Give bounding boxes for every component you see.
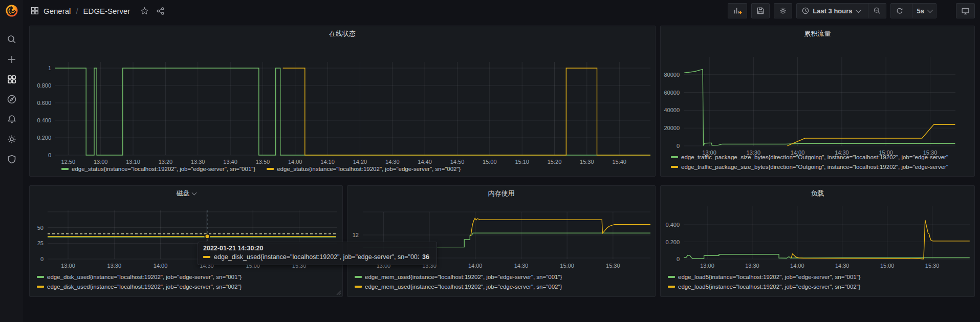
top-navbar: General / EDGE-Server Last 3 hours <box>23 0 980 22</box>
series-line <box>684 69 955 145</box>
save-dashboard-button[interactable] <box>751 3 770 18</box>
legend-item[interactable]: edge_disk_used{instance="localhost:19202… <box>37 284 242 290</box>
x-tick-label: 13:30 <box>745 263 759 269</box>
dashboard-settings-button[interactable] <box>774 3 792 18</box>
refresh-group: 5s <box>890 3 937 18</box>
dashboards-grid-icon[interactable] <box>6 74 17 85</box>
panel-add-icon <box>733 6 742 15</box>
y-tick-label: 20000 <box>664 125 680 131</box>
graph-tooltip: 2022-01-21 14:30:20 edge_disk_used{insta… <box>198 242 437 265</box>
refresh-interval-button[interactable]: 5s <box>912 4 936 18</box>
series-line <box>791 220 970 259</box>
x-tick-label: 14:30 <box>835 263 850 269</box>
panel-title[interactable]: 负载 <box>661 189 974 198</box>
legend-item[interactable]: edge_load5{instance="localhost:19202", j… <box>668 284 861 290</box>
grafana-dashboard: General / EDGE-Server Last 3 hours <box>0 0 980 322</box>
star-icon[interactable] <box>140 7 149 15</box>
y-tick-label: 0.200 <box>665 239 680 245</box>
x-tick-label: 14:00 <box>154 263 168 269</box>
chart-canvas: 12:5013:0013:1013:2013:3013:4013:5014:00… <box>30 26 655 176</box>
panel-resize-handle[interactable] <box>336 290 341 295</box>
legend-series-swatch <box>355 286 362 288</box>
grafana-logo[interactable] <box>0 0 23 22</box>
legend-item[interactable]: edge_status{instance="localhost:19202", … <box>267 166 461 172</box>
legend-series-label: edge_traffic_package_size_bytes{directio… <box>681 164 948 170</box>
y-tick-label: 50 <box>37 225 43 231</box>
x-tick-label: 15:20 <box>548 159 562 165</box>
breadcrumb-page[interactable]: EDGE-Server <box>83 7 130 15</box>
legend-item[interactable]: edge_mem_used{instance="localhost:19202"… <box>355 274 562 280</box>
legend-item[interactable]: edge_mem_used{instance="localhost:19202"… <box>355 284 562 290</box>
panel-title-text: 在线状态 <box>329 29 356 38</box>
plus-icon[interactable] <box>6 54 17 65</box>
legend-series-label: edge_traffic_package_size_bytes{directio… <box>681 154 948 160</box>
y-tick-label: 60000 <box>664 90 680 96</box>
search-icon[interactable] <box>6 34 17 45</box>
y-tick-label: 0.800 <box>37 82 51 89</box>
panel-load: 负载 13:0013:3014:0014:3015:0015:3000.2000… <box>660 185 975 297</box>
legend-series-label: edge_status{instance="localhost:19202", … <box>277 166 461 172</box>
monitor-icon <box>961 7 970 15</box>
clock-icon <box>801 7 810 15</box>
x-tick-label: 13:20 <box>159 159 173 165</box>
x-tick-label: 13:30 <box>107 263 122 269</box>
y-tick-label: 0 <box>40 256 43 262</box>
legend-item[interactable]: edge_status{instance="localhost:19202", … <box>61 166 255 172</box>
nav-actions: Last 3 hours 5s <box>728 3 975 18</box>
legend: edge_status{instance="localhost:19202", … <box>61 166 461 172</box>
refresh-button[interactable] <box>891 4 908 18</box>
chart-online-status[interactable]: 12:5013:0013:1013:2013:3013:4013:5014:00… <box>30 26 655 176</box>
time-range-button[interactable]: Last 3 hours <box>797 4 864 18</box>
zoom-out-icon <box>873 7 881 15</box>
add-panel-button[interactable] <box>728 3 747 18</box>
x-tick-label: 13:00 <box>700 263 714 269</box>
y-tick-label: 1 <box>48 65 51 71</box>
cycle-view-button[interactable] <box>956 3 975 18</box>
x-tick-label: 14:30 <box>385 159 400 165</box>
legend-item[interactable]: edge_traffic_package_size_bytes{directio… <box>671 164 948 170</box>
tooltip-timestamp: 2022-01-21 14:30:20 <box>203 245 431 252</box>
y-tick-label: 0.200 <box>37 135 51 141</box>
panel-title[interactable]: 磁盘 <box>30 189 342 198</box>
zoom-out-button[interactable] <box>868 4 886 18</box>
y-tick-label: 12 <box>353 232 359 238</box>
settings-gear-icon <box>779 7 787 15</box>
legend-series-swatch <box>671 166 678 168</box>
x-tick-label: 13:00 <box>94 159 108 165</box>
legend-item[interactable]: edge_load5{instance="localhost:19202", j… <box>668 274 861 280</box>
legend-series-swatch <box>61 168 69 170</box>
panel-title[interactable]: 在线状态 <box>30 29 655 38</box>
legend-item[interactable]: edge_disk_used{instance="localhost:19202… <box>37 274 242 280</box>
chevron-down-icon <box>191 190 197 196</box>
x-tick-label: 15:00 <box>880 263 895 269</box>
legend-series-swatch <box>37 286 44 288</box>
sidebar <box>0 0 23 322</box>
tooltip-series-row: edge_disk_used{instance="localhost:19202… <box>203 253 431 261</box>
y-tick-label: 0.600 <box>37 100 51 106</box>
panel-title[interactable]: 累积流量 <box>661 29 974 38</box>
legend-series-label: edge_mem_used{instance="localhost:19202"… <box>365 284 562 290</box>
x-tick-label: 15:10 <box>515 159 529 165</box>
grafana-flame-icon <box>5 4 19 18</box>
time-range-group: Last 3 hours <box>796 3 886 18</box>
compass-icon[interactable] <box>6 94 17 105</box>
legend-series-label: edge_disk_used{instance="localhost:19202… <box>47 284 242 290</box>
x-tick-label: 12:50 <box>61 159 76 165</box>
y-tick-label: 40000 <box>664 107 680 113</box>
y-tick-label: 0.400 <box>37 117 51 123</box>
breadcrumb-section[interactable]: General <box>43 7 71 15</box>
time-range-label: Last 3 hours <box>813 7 852 15</box>
shield-icon[interactable] <box>6 154 17 165</box>
panel-title[interactable]: 内存使用 <box>347 189 655 198</box>
legend-item[interactable]: edge_traffic_package_size_bytes{directio… <box>671 154 948 160</box>
legend-series-label: edge_status{instance="localhost:19202", … <box>72 166 255 172</box>
x-tick-label: 14:00 <box>790 263 804 269</box>
legend-series-swatch <box>37 276 44 278</box>
share-icon[interactable] <box>156 7 165 15</box>
breadcrumb-separator: / <box>76 7 78 15</box>
chevron-down-icon <box>855 7 861 13</box>
panel-disk: 磁盘 13:0013:3014:0014:3015:0015:3002550 e… <box>29 185 343 297</box>
bell-icon[interactable] <box>6 114 17 125</box>
legend-series-swatch <box>668 276 675 278</box>
gear-icon[interactable] <box>6 134 17 145</box>
